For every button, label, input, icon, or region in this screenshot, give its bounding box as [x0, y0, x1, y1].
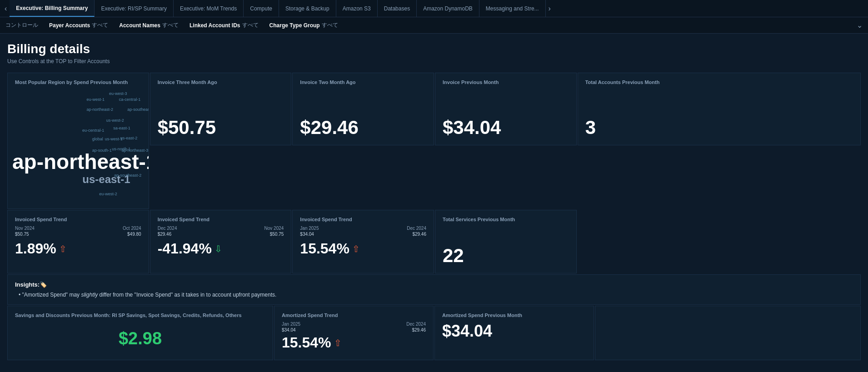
region-tag-ap-southeast-2: ap-southeast-2 [114, 173, 141, 178]
amortized-pct-row: 15.54% ⇧ [282, 334, 426, 351]
tab-databases[interactable]: Databases [378, 0, 417, 17]
trend-2-label: Invoiced Spend Trend [158, 217, 284, 222]
amortized-trend-amounts: $34.04 $29.46 [282, 327, 426, 332]
tab-compute[interactable]: Compute [244, 0, 279, 17]
amortized-date-left: Jan 2025 [282, 322, 300, 327]
region-tag-eu-central-1: eu-central-1 [82, 128, 104, 133]
region-tag-us-west-2: us-west-2 [106, 118, 124, 123]
trend-1-label: Invoiced Spend Trend [15, 217, 141, 222]
region-tag-ca-central-1: ca-central-1 [119, 97, 141, 102]
trend-3-pct-row: 15.54% ⇧ [300, 240, 426, 257]
trend-2-pct-row: -41.94% ⇩ [158, 240, 284, 257]
metric-invoice-prev-label: Invoice Previous Month [443, 79, 569, 85]
insights-bullet: • "Amortized Spend" may slightly differ … [15, 292, 853, 298]
region-main-value: ap-northeast-1 [12, 151, 149, 172]
tab-next-button[interactable]: › [546, 0, 554, 17]
metric-total-services: Total Services Previous Month 22 [435, 210, 577, 273]
metric-invoice-prev: Invoice Previous Month $34.04 [435, 73, 577, 145]
amortized-pct: 15.54% [282, 334, 331, 351]
amortized-previous-value: $34.04 [442, 322, 586, 341]
tab-storage[interactable]: Storage & Backup [279, 0, 336, 17]
trend-3-date-right: Dec 2024 [407, 226, 426, 231]
trend-2-amount-left: $29.46 [158, 232, 172, 237]
savings-card: Savings and Discounts Previous Month: RI… [7, 306, 273, 360]
metric-invoice-3mo-label: Invoice Three Month Ago [158, 79, 284, 85]
trend-3-date-left: Jan 2025 [300, 226, 319, 231]
filter-bar: コントロール Payer Accounts すべて Account Names … [0, 17, 868, 34]
metric-total-accounts-value: 3 [585, 117, 853, 139]
page-title: Billing details [7, 42, 861, 56]
trend-3-amounts: $34.04 $29.46 [300, 232, 426, 237]
amortized-date-right: Dec 2024 [406, 322, 426, 327]
tab-executive-billing[interactable]: Executive: Billing Summary [10, 0, 95, 17]
filter-linked-ids[interactable]: Linked Account IDs すべて [190, 21, 259, 29]
region-tag-us-east-2: us-east-2 [120, 136, 138, 140]
trend-1-amount-right: $49.80 [127, 232, 141, 237]
region-tag-ap-southeast-1: ap-southeast-1 [127, 107, 149, 112]
trend-3-arrow-up-icon: ⇧ [352, 243, 360, 254]
amortized-amount-right: $29.46 [412, 327, 426, 332]
metric-invoice-3mo: Invoice Three Month Ago $50.75 [150, 73, 292, 145]
insights-title: Insights:🏷️ [15, 281, 853, 288]
metric-total-services-label: Total Services Previous Month [443, 217, 569, 222]
trend-3-label: Invoiced Spend Trend [300, 217, 426, 222]
trend-2-date-left: Dec 2024 [158, 226, 177, 231]
metric-invoice-prev-value: $34.04 [443, 117, 569, 139]
region-tag-ap-northeast-2: ap-northeast-2 [86, 107, 113, 112]
amortized-arrow-up-icon: ⇧ [334, 337, 342, 348]
amortized-trend-label: Amortized Spend Trend [282, 312, 426, 318]
tab-prev-button[interactable]: ‹ [2, 0, 10, 17]
metric-invoice-2mo: Invoice Two Month Ago $29.46 [292, 73, 434, 145]
savings-value: $2.98 [15, 329, 265, 348]
tab-executive-risp[interactable]: Executive: RI/SP Summary [95, 0, 174, 17]
bottom-row: Savings and Discounts Previous Month: RI… [7, 306, 861, 360]
metric-invoice-2mo-label: Invoice Two Month Ago [300, 79, 426, 85]
metric-invoice-3mo-value: $50.75 [158, 117, 284, 139]
main-content: Billing details Use Controls at the TOP … [0, 34, 868, 368]
trend-1-amounts: $50.75 $49.80 [15, 232, 141, 237]
trend-3-dates: Jan 2025 Dec 2024 [300, 226, 426, 231]
filter-expand-icon[interactable]: ⌄ [857, 21, 863, 30]
trend-3-amount-left: $34.04 [300, 232, 314, 237]
metric-total-services-value: 22 [443, 245, 569, 267]
insights-section: Insights:🏷️ • "Amortized Spend" may slig… [7, 274, 861, 305]
amortized-trend-card: Amortized Spend Trend Jan 2025 Dec 2024 … [274, 306, 434, 360]
trend-3-amount-right: $29.46 [412, 232, 426, 237]
trend-1-amount-left: $50.75 [15, 232, 29, 237]
trend-1-arrow-up-icon: ⇧ [59, 243, 67, 254]
trend-1-date-left: Nov 2024 [15, 226, 35, 231]
trend-3-pct: 15.54% [300, 240, 349, 257]
tab-bar: ‹ Executive: Billing Summary Executive: … [0, 0, 868, 17]
trend-2-dates: Dec 2024 Nov 2024 [158, 226, 284, 231]
region-card: Most Popular Region by Spend Previous Mo… [7, 73, 149, 209]
trend-2-pct: -41.94% [158, 240, 212, 257]
region-tag-eu-west-2: eu-west-2 [99, 192, 117, 196]
filter-payer-accounts[interactable]: Payer Accounts すべて [49, 21, 108, 29]
trend-card-1: Invoiced Spend Trend Nov 2024 Oct 2024 $… [7, 210, 149, 273]
tab-dynamodb[interactable]: Amazon DynamoDB [417, 0, 479, 17]
amortized-previous-card: Amortized Spend Previous Month $34.04 [434, 306, 594, 360]
trend-2-date-right: Nov 2024 [264, 226, 284, 231]
amortized-previous-label: Amortized Spend Previous Month [442, 312, 586, 318]
region-tag-sa-east-1: sa-east-1 [113, 126, 130, 130]
savings-label: Savings and Discounts Previous Month: RI… [15, 312, 265, 318]
trend-1-dates: Nov 2024 Oct 2024 [15, 226, 141, 231]
trend-1-pct: 1.89% [15, 240, 56, 257]
tab-executive-mom[interactable]: Executive: MoM Trends [174, 0, 244, 17]
bottom-empty-card [595, 306, 861, 360]
filter-account-names[interactable]: Account Names すべて [119, 21, 179, 29]
trend-2-amount-right: $50.75 [270, 232, 284, 237]
metric-invoice-2mo-value: $29.46 [300, 117, 426, 139]
metric-total-accounts-label: Total Accounts Previous Month [585, 79, 853, 85]
filter-charge-type[interactable]: Charge Type Group すべて [269, 21, 338, 29]
trend-1-date-right: Oct 2024 [123, 226, 141, 231]
tab-messaging[interactable]: Messaging and Stre... [479, 0, 546, 17]
tab-s3[interactable]: Amazon S3 [336, 0, 378, 17]
filter-control-label: コントロール [5, 21, 38, 29]
trend-2-amounts: $29.46 $50.75 [158, 232, 284, 237]
page-subtitle: Use Controls at the TOP to Filter Accoun… [7, 58, 861, 64]
region-card-label: Most Popular Region by Spend Previous Mo… [8, 73, 149, 85]
region-tag-eu-west-1: eu-west-1 [86, 97, 105, 102]
region-tag-global: global [92, 137, 103, 141]
metric-total-accounts: Total Accounts Previous Month 3 [578, 73, 861, 145]
